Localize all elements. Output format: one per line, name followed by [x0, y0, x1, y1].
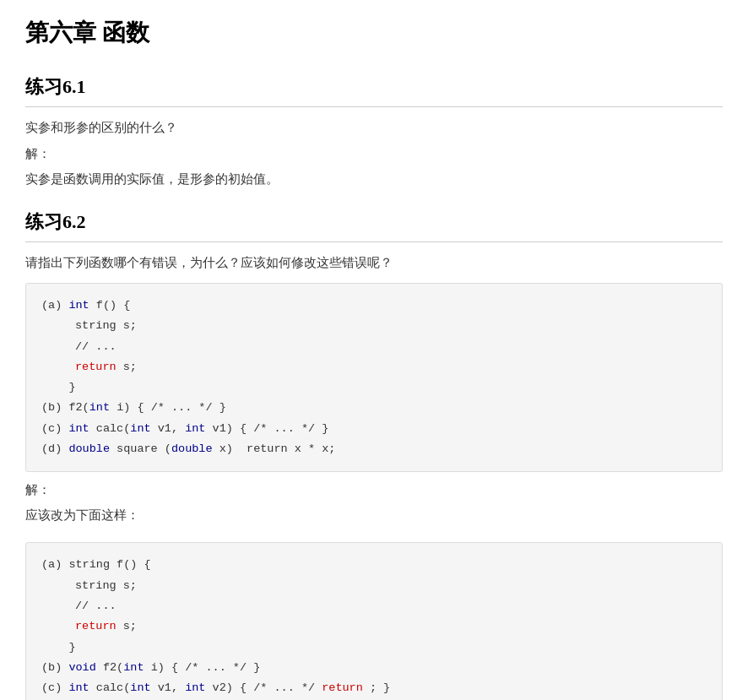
- section-6-1: 练习6.1 实参和形参的区别的什么？ 解： 实参是函数调用的实际值，是形参的初始…: [25, 74, 723, 189]
- section-title-6-2: 练习6.2: [25, 209, 723, 242]
- question-6-1: 实参和形参的区别的什么？: [25, 117, 723, 138]
- section-title-6-1: 练习6.1: [25, 74, 723, 107]
- answer-label-6-2: 解：: [25, 482, 723, 498]
- answer-note-6-2: 应该改为下面这样：: [25, 505, 723, 525]
- code-block-original: (a) int f() { string s; // ... return s;…: [25, 283, 723, 472]
- answer-label-6-1: 解：: [25, 146, 723, 162]
- answer-text-6-1: 实参是函数调用的实际值，是形参的初始值。: [25, 169, 723, 189]
- page-title: 第六章 函数: [25, 17, 723, 57]
- code-block-corrected: (a) string f() { string s; // ... return…: [25, 542, 723, 700]
- section-6-2: 练习6.2 请指出下列函数哪个有错误，为什么？应该如何修改这些错误呢？ (a) …: [25, 209, 723, 700]
- question-6-2: 请指出下列函数哪个有错误，为什么？应该如何修改这些错误呢？: [25, 252, 723, 273]
